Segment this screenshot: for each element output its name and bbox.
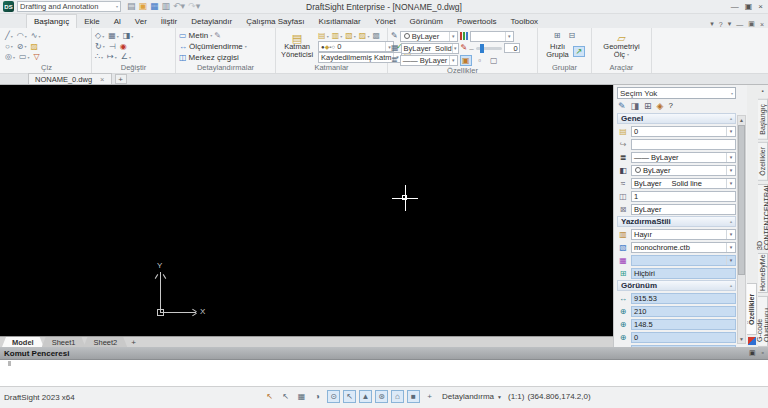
- rotate-tool-button[interactable]: ↻▾: [95, 43, 105, 51]
- save-icon[interactable]: ▦: [150, 2, 159, 11]
- side-tab-homebyme[interactable]: HomeByMe: [758, 253, 768, 293]
- copy-tool-button[interactable]: ◨▾: [123, 32, 134, 40]
- hatch-tool-button[interactable]: ▨: [31, 43, 39, 51]
- text-tool-button[interactable]: ▭ Metin▾ ✎: [179, 30, 272, 41]
- scroll-down-icon[interactable]: ▼: [739, 335, 744, 343]
- plot-style-table-field[interactable]: monochrome.ctb▾: [631, 242, 736, 253]
- layer-state-button-3[interactable]: ▧▾: [345, 32, 356, 40]
- line-color-field[interactable]: ByLayer▾: [631, 165, 736, 176]
- transparency-value[interactable]: 0: [504, 43, 520, 53]
- measure-geometry-button[interactable]: ▱ Geometriyi Ölç▾: [601, 30, 641, 63]
- ellipse-tool-button[interactable]: ⊘▾: [17, 43, 27, 51]
- layer-field[interactable]: 0▾: [631, 126, 736, 137]
- rectangle-tool-button[interactable]: ▭▾: [19, 53, 30, 61]
- plot-area-field[interactable]: Hiçbiri: [631, 268, 736, 279]
- layer-state-button-1[interactable]: ▤▾: [318, 32, 329, 40]
- line-color-dropdown[interactable]: ByLayer▾: [400, 31, 458, 42]
- print-icon[interactable]: ▥: [162, 2, 171, 11]
- command-close-icon[interactable]: ▫: [762, 349, 764, 357]
- more-icon[interactable]: ▾: [728, 20, 732, 28]
- tab-baslangic[interactable]: Başlangıç: [26, 14, 77, 28]
- offset-tool-button[interactable]: ↦▾: [107, 53, 117, 61]
- tab-kisitlamalar[interactable]: Kısıtlamalar: [311, 14, 367, 28]
- plot-style-field[interactable]: Hayır▾: [631, 229, 736, 240]
- side-tab-gcode[interactable]: G-code Oluşturucu: [758, 296, 768, 347]
- section-header-gorunum[interactable]: Görünüm▴: [617, 280, 736, 291]
- transparency-slider[interactable]: [476, 47, 502, 50]
- help-icon[interactable]: ?: [719, 21, 723, 28]
- doc-restore-button[interactable]: ▣: [748, 20, 755, 28]
- lineweight-field[interactable]: —— ByLayer▾: [631, 152, 736, 163]
- workspace-selector[interactable]: Drafting and Annotation ▾: [17, 1, 121, 12]
- side-tab-3dcontentcentral[interactable]: 3D CONTENTCENTRAL: [758, 184, 768, 250]
- sheet-tab-model[interactable]: Model: [2, 337, 44, 347]
- panel-help-button[interactable]: ?: [669, 101, 673, 110]
- edit-entity-icon[interactable]: ✎: [618, 101, 626, 111]
- linestyle-field[interactable]: ByLayerSolid line▾: [631, 178, 736, 189]
- section-header-yazdirmastili[interactable]: YazdırmaStili▴: [617, 216, 736, 227]
- dynamic-input-toggle[interactable]: ⌂: [391, 390, 404, 403]
- linestyle-scale-field[interactable]: 1: [631, 191, 736, 202]
- copy-properties-icon[interactable]: ◨: [631, 101, 640, 111]
- edit-group-icon[interactable]: ↗: [573, 46, 585, 57]
- fillet-tool-button[interactable]: ∠▾: [121, 53, 131, 61]
- erase-tool-button[interactable]: ◉: [120, 43, 127, 51]
- command-input-area[interactable]: [0, 359, 768, 386]
- lineweight-dropdown[interactable]: —— ByLayer▾: [400, 55, 458, 66]
- side-tab-baslangic[interactable]: Başlangıç: [758, 99, 768, 140]
- polygon-tool-button[interactable]: ▽: [34, 53, 40, 61]
- group-icon[interactable]: ⊞: [554, 32, 561, 40]
- undo-icon[interactable]: ↶▾: [173, 2, 185, 11]
- close-button[interactable]: ×: [758, 2, 763, 11]
- section-header-genel[interactable]: Genel▴: [617, 113, 736, 124]
- tab-calisma-sayfasi[interactable]: Çalışma Sayfası: [239, 14, 311, 28]
- ungroup-icon[interactable]: ⊟: [569, 32, 576, 40]
- transparency-toggle[interactable]: ▫: [474, 55, 486, 66]
- match-properties-icon[interactable]: ✎: [391, 32, 398, 40]
- point-tool-button[interactable]: ◎▾: [5, 53, 15, 61]
- move-tool-button[interactable]: ◇▾: [95, 32, 104, 40]
- scrollbar-thumb[interactable]: [738, 125, 745, 275]
- centerline-tool-button[interactable]: ◫ Merkez çizgisi: [179, 52, 272, 63]
- line-tool-button[interactable]: ╱▾: [5, 32, 13, 40]
- polar-tracking-toggle[interactable]: ⊙: [327, 390, 340, 403]
- annotation-scale-dropdown[interactable]: Detaylandırma ▼: [439, 390, 505, 403]
- entity-snap-toggle[interactable]: ↖: [343, 390, 356, 403]
- grid-toggle-icon[interactable]: ▦: [295, 390, 308, 403]
- sheet-tab-sheet2[interactable]: Sheet2: [83, 337, 127, 347]
- tab-ver[interactable]: Ver: [128, 14, 154, 28]
- drawing-canvas[interactable]: Y X: [0, 85, 613, 336]
- new-file-icon[interactable]: ▤: [127, 2, 136, 11]
- add-sheet-button[interactable]: +: [131, 337, 136, 347]
- active-layer-dropdown[interactable]: ● ◆ ▪ ○ 0 ▾: [318, 41, 394, 52]
- command-window-titlebar[interactable]: Komut Penceresi ▣ ▫: [0, 347, 768, 359]
- layer-state-button-5[interactable]: ▩: [372, 32, 380, 40]
- selection-dropdown[interactable]: Seçim Yok ▾: [617, 87, 736, 99]
- minimize-button[interactable]: —: [731, 2, 739, 11]
- tab-detaylandir[interactable]: Detaylandır: [184, 14, 239, 28]
- tab-ekle[interactable]: Ekle: [77, 14, 107, 28]
- pointer-mode-icon[interactable]: ↖: [279, 390, 292, 403]
- open-file-icon[interactable]: ▣: [139, 2, 148, 11]
- ortho-toggle-icon[interactable]: ◑: [311, 390, 324, 403]
- doc-minimize-button[interactable]: —: [736, 21, 743, 28]
- plot-table-attach-field[interactable]: ▾: [631, 255, 736, 266]
- tab-ilistir[interactable]: İliştir: [154, 14, 184, 28]
- hyperlink-field[interactable]: [631, 139, 736, 150]
- selection-filter-icon[interactable]: ↖: [263, 390, 276, 403]
- tab-toolbox[interactable]: Toolbox: [504, 14, 546, 28]
- view-style-dropdown[interactable]: ▾: [470, 31, 514, 42]
- restore-button[interactable]: ▣: [745, 2, 753, 11]
- spline-tool-button[interactable]: ∿▾: [31, 32, 41, 40]
- color-palette-icon[interactable]: [460, 32, 468, 40]
- quick-group-button[interactable]: Hızlı Grupla: [544, 43, 571, 59]
- document-tab[interactable]: NONAME_0.dwg ×: [28, 73, 112, 84]
- auto-hide-pin-icon[interactable]: ▪: [761, 87, 763, 96]
- select-entities-icon[interactable]: ⊞: [644, 101, 652, 111]
- stretch-tool-button[interactable]: ∴▾: [95, 53, 103, 61]
- show-lineweight-toggle[interactable]: ▣: [460, 55, 472, 66]
- doc-close-button[interactable]: ×: [760, 21, 764, 28]
- circle-tool-button[interactable]: ○▾: [5, 43, 13, 51]
- tab-al[interactable]: Al: [107, 14, 128, 28]
- snap-settings-toggle[interactable]: ⊛: [375, 390, 388, 403]
